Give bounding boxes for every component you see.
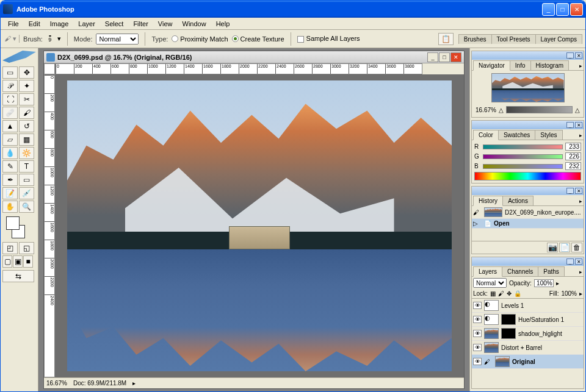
doc-close-button[interactable]: ✕: [450, 52, 461, 62]
imageready-icon[interactable]: ⇆: [2, 270, 34, 282]
panel-close-icon[interactable]: ✕: [575, 122, 582, 128]
b-slider[interactable]: [483, 164, 563, 169]
history-brush-tool[interactable]: ↺: [19, 120, 34, 132]
maximize-button[interactable]: □: [556, 3, 569, 16]
magic-wand-tool[interactable]: ✦: [19, 80, 34, 92]
close-button[interactable]: ✕: [570, 3, 583, 16]
panel-close-icon[interactable]: ✕: [575, 188, 582, 194]
lock-transparency-icon[interactable]: ▦: [490, 290, 496, 297]
visibility-icon[interactable]: 👁: [473, 344, 482, 351]
notes-tool[interactable]: 📝: [2, 187, 18, 199]
move-tool[interactable]: ✥: [19, 66, 34, 79]
quick-mask-icon[interactable]: ◰: [2, 242, 18, 254]
doc-maximize-button[interactable]: □: [439, 52, 450, 62]
g-slider[interactable]: [483, 154, 563, 159]
statusbar-menu-icon[interactable]: ▸: [132, 380, 136, 387]
panel-minimize-icon[interactable]: _: [566, 258, 574, 265]
color-swatches[interactable]: [4, 216, 35, 238]
tab-styles[interactable]: Styles: [535, 130, 562, 140]
navigator-zoom[interactable]: 16.67%: [476, 107, 496, 113]
type-tool[interactable]: T: [19, 160, 34, 173]
menu-filter[interactable]: Filter: [128, 19, 153, 29]
menu-window[interactable]: Window: [178, 19, 211, 29]
ruler-vertical[interactable]: 0200400600800100012001400160018002000220…: [44, 74, 55, 377]
tab-color[interactable]: Color: [473, 130, 499, 140]
zoom-in-icon[interactable]: △: [575, 107, 580, 113]
lock-all-icon[interactable]: 🔒: [514, 290, 521, 297]
menu-layer[interactable]: Layer: [73, 19, 100, 29]
blend-mode-select[interactable]: Normal: [473, 278, 507, 288]
lock-pixels-icon[interactable]: 🖌: [498, 290, 504, 297]
layer-row[interactable]: 👁shadow_higlight: [472, 327, 584, 341]
panel-menu-icon[interactable]: ▸: [578, 131, 584, 140]
zoom-out-icon[interactable]: △: [499, 107, 504, 113]
delete-state-icon[interactable]: 🗑: [571, 243, 582, 252]
tool-preset-picker[interactable]: 🖌 ▾: [4, 35, 20, 43]
dodge-tool[interactable]: 🔆: [19, 147, 34, 159]
new-state-icon[interactable]: 📄: [559, 243, 570, 252]
pen-tool[interactable]: ✒: [2, 174, 18, 186]
navigator-thumbnail[interactable]: [491, 73, 565, 102]
ruler-horizontal[interactable]: 0200400600800100012001400160018002000220…: [55, 63, 422, 74]
brush-size-picker[interactable]: 9: [46, 35, 54, 43]
new-snapshot-icon[interactable]: 📷: [547, 243, 558, 252]
fill-flyout-icon[interactable]: ▸: [579, 290, 582, 297]
menu-help[interactable]: Help: [211, 19, 235, 29]
layer-row[interactable]: 👁◐Levels 1: [472, 299, 584, 313]
opacity-flyout-icon[interactable]: ▸: [556, 280, 559, 287]
healing-brush-tool[interactable]: 🩹: [2, 107, 18, 119]
visibility-icon[interactable]: 👁: [473, 316, 482, 323]
zoom-slider[interactable]: [506, 106, 573, 113]
tab-layer-comps[interactable]: Layer Comps: [535, 34, 582, 44]
panel-minimize-icon[interactable]: _: [566, 52, 574, 59]
tab-navigator[interactable]: Navigator: [473, 60, 510, 71]
visibility-icon[interactable]: 👁: [473, 302, 482, 309]
gradient-tool[interactable]: ▦: [19, 134, 34, 146]
tab-history[interactable]: History: [473, 196, 503, 206]
menu-view[interactable]: View: [153, 19, 178, 29]
g-value[interactable]: 226: [565, 152, 581, 160]
panel-close-icon[interactable]: ✕: [575, 52, 582, 59]
lasso-tool[interactable]: 𝒫: [2, 80, 18, 92]
panel-minimize-icon[interactable]: _: [566, 188, 574, 194]
r-value[interactable]: 233: [565, 143, 581, 151]
tab-paths[interactable]: Paths: [538, 266, 565, 276]
doc-minimize-button[interactable]: _: [427, 52, 438, 62]
menu-edit[interactable]: Edit: [24, 19, 45, 29]
r-slider[interactable]: [483, 144, 563, 149]
eraser-tool[interactable]: ▱: [2, 134, 18, 146]
screen-mode-full[interactable]: ■: [23, 255, 33, 268]
tab-channels[interactable]: Channels: [502, 266, 538, 276]
panel-menu-icon[interactable]: ▸: [578, 268, 584, 276]
color-spectrum[interactable]: [474, 172, 581, 180]
doc-size[interactable]: Doc: 69.9M/211.8M: [73, 380, 126, 387]
tab-tool-presets[interactable]: Tool Presets: [491, 34, 536, 44]
history-snapshot[interactable]: 🖌D2X_0699_nikon_europe....: [472, 206, 584, 219]
visibility-icon[interactable]: 👁: [473, 330, 482, 337]
menu-file[interactable]: File: [3, 19, 24, 29]
shape-tool[interactable]: ▭: [19, 174, 34, 186]
create-texture-radio[interactable]: Create Texture: [232, 35, 284, 43]
menu-image[interactable]: Image: [45, 19, 74, 29]
opacity-value[interactable]: 100%: [534, 279, 554, 287]
quick-mask-edit-icon[interactable]: ◱: [19, 242, 34, 254]
visibility-icon[interactable]: 👁: [473, 358, 482, 365]
brush-tool[interactable]: 🖌: [19, 107, 34, 119]
b-value[interactable]: 232: [565, 162, 581, 170]
tab-actions[interactable]: Actions: [502, 196, 534, 205]
panel-menu-icon[interactable]: ▸: [578, 197, 584, 205]
proximity-match-radio[interactable]: Proximity Match: [172, 35, 228, 43]
layer-row[interactable]: 👁◐Hue/Saturation 1: [472, 313, 584, 327]
tab-histogram[interactable]: Histogram: [530, 60, 570, 70]
marquee-tool[interactable]: ▭: [2, 66, 18, 79]
tab-info[interactable]: Info: [510, 60, 531, 70]
history-state-open[interactable]: ▷📄Open: [472, 219, 584, 229]
zoom-tool[interactable]: 🔍: [19, 201, 34, 213]
tab-layers[interactable]: Layers: [473, 266, 502, 277]
minimize-button[interactable]: _: [542, 3, 555, 16]
stamp-tool[interactable]: ▲: [2, 120, 18, 132]
panel-minimize-icon[interactable]: _: [566, 122, 574, 128]
canvas[interactable]: [55, 74, 464, 377]
menu-select[interactable]: Select: [100, 19, 129, 29]
sample-all-checkbox[interactable]: Sample All Layers: [297, 35, 360, 43]
